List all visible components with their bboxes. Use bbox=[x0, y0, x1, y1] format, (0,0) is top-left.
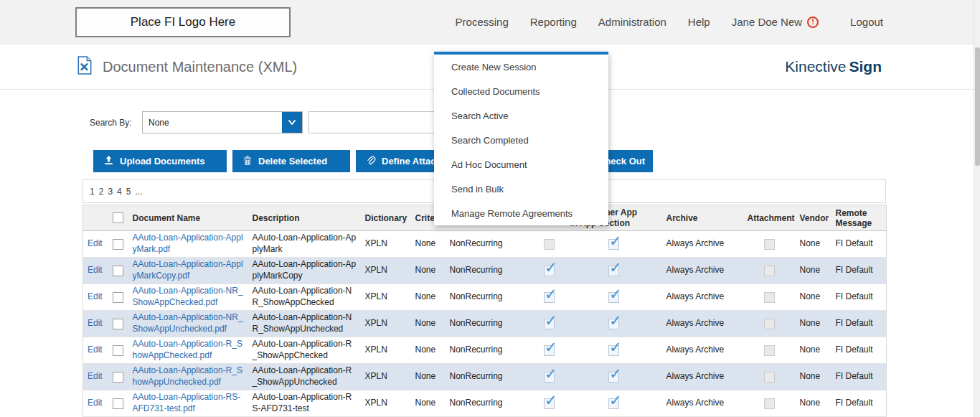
menu-item-create-new-session[interactable]: Create New Session bbox=[434, 55, 608, 79]
show-other-app-checkbox[interactable] bbox=[608, 292, 619, 303]
menu-item-send-in-bulk[interactable]: Send in Bulk bbox=[434, 177, 608, 201]
delete-selected-button[interactable]: Delete Selected bbox=[232, 150, 350, 172]
esignable-checkbox[interactable] bbox=[544, 319, 555, 329]
menu-item-search-active[interactable]: Search Active bbox=[434, 103, 608, 128]
criteria-cell: None bbox=[411, 231, 446, 258]
show-other-app-checkbox[interactable] bbox=[608, 398, 619, 409]
edit-link[interactable]: Edit bbox=[88, 398, 103, 408]
edit-link[interactable]: Edit bbox=[88, 265, 103, 275]
esignable-checkbox[interactable] bbox=[544, 266, 555, 276]
edit-link[interactable]: Edit bbox=[88, 345, 103, 355]
document-name-link[interactable]: AAuto-Loan-Application-R_ShowAppUnchecke… bbox=[133, 365, 242, 387]
show-other-app-checkbox[interactable] bbox=[608, 266, 619, 276]
row-checkbox[interactable] bbox=[113, 372, 123, 383]
document-name-link[interactable]: AAuto-Loan-Application-R_ShowAppChecked.… bbox=[133, 339, 242, 360]
nav-reporting[interactable]: Reporting bbox=[530, 16, 577, 28]
attachment-checkbox[interactable] bbox=[764, 372, 775, 383]
search-by-dropdown[interactable]: None bbox=[142, 111, 303, 133]
show-other-app-checkbox[interactable] bbox=[608, 319, 619, 329]
fi-logo-placeholder: Place FI Logo Here bbox=[75, 7, 291, 37]
description-cell: AAuto-Loan-Application-ApplyMarkCopy bbox=[248, 258, 361, 284]
row-checkbox[interactable] bbox=[113, 319, 123, 329]
page-scrollbar[interactable] bbox=[974, 0, 980, 417]
vendor-cell: None bbox=[796, 364, 831, 390]
document-name-link[interactable]: AAuto-Loan-Application-NR_ShowAppChecked… bbox=[133, 286, 243, 307]
document-name-link[interactable]: AAuto-Loan-Application-ApplyMarkCopy.pdf bbox=[133, 259, 243, 281]
attachment-checkbox[interactable] bbox=[764, 239, 775, 250]
page-link-4[interactable]: 4 bbox=[117, 187, 122, 197]
row-checkbox[interactable] bbox=[113, 292, 123, 303]
criteria-cell: None bbox=[411, 364, 446, 390]
show-other-app-checkbox[interactable] bbox=[608, 345, 619, 356]
nav-processing[interactable]: Processing bbox=[456, 16, 509, 28]
row-checkbox[interactable] bbox=[113, 266, 123, 276]
dictionary-cell: XPLN bbox=[361, 390, 411, 417]
menu-item-collected-documents[interactable]: Collected Documents bbox=[434, 79, 608, 103]
esignable-checkbox[interactable] bbox=[544, 292, 555, 303]
document-name-link[interactable]: AAuto-Loan-Application-RS-AFD731-test.pd… bbox=[133, 392, 241, 413]
attachment-checkbox[interactable] bbox=[764, 266, 775, 276]
search-by-selected-value: None bbox=[143, 118, 282, 128]
edit-link[interactable]: Edit bbox=[88, 371, 103, 381]
document-table-body: Edit AAuto-Loan-Application-ApplyMark.pd… bbox=[83, 231, 887, 417]
esignable-checkbox[interactable] bbox=[544, 398, 555, 409]
type-cell: NonRecurring bbox=[446, 337, 533, 364]
archive-cell: Always Archive bbox=[662, 258, 743, 284]
remote-message-cell: FI Default bbox=[831, 337, 887, 364]
esignable-checkbox[interactable] bbox=[544, 372, 555, 383]
col-remote-message[interactable]: Remote Message bbox=[831, 205, 887, 231]
row-checkbox[interactable] bbox=[113, 239, 123, 250]
scrollbar-thumb[interactable] bbox=[975, 47, 980, 166]
col-dictionary[interactable]: Dictionary bbox=[361, 205, 411, 231]
page-link-5[interactable]: 5 bbox=[126, 187, 131, 197]
page-link-2[interactable]: 2 bbox=[99, 187, 104, 197]
alert-icon[interactable]: ! bbox=[807, 17, 819, 28]
esignable-checkbox[interactable] bbox=[544, 345, 555, 356]
nav-user-menu[interactable]: Jane Doe New ! bbox=[732, 16, 819, 28]
attachment-checkbox[interactable] bbox=[764, 319, 775, 329]
table-row: Edit AAuto-Loan-Application-ApplyMarkCop… bbox=[83, 258, 887, 284]
page-link-1[interactable]: 1 bbox=[90, 187, 95, 197]
col-archive[interactable]: Archive bbox=[662, 205, 743, 231]
upload-documents-button[interactable]: Upload Documents bbox=[93, 150, 227, 172]
edit-link[interactable]: Edit bbox=[88, 238, 103, 248]
menu-item-manage-remote-agreements[interactable]: Manage Remote Agreements bbox=[434, 201, 608, 225]
description-cell: AAuto-Loan-Application-RS-AFD731-test bbox=[248, 390, 361, 417]
remote-message-cell: FI Default bbox=[831, 390, 887, 417]
edit-link[interactable]: Edit bbox=[88, 291, 103, 301]
row-checkbox[interactable] bbox=[113, 398, 123, 409]
col-description[interactable]: Description bbox=[248, 205, 361, 231]
remote-message-cell: FI Default bbox=[831, 311, 887, 337]
criteria-cell: None bbox=[411, 311, 446, 337]
row-checkbox[interactable] bbox=[113, 345, 123, 356]
select-all-checkbox[interactable] bbox=[113, 212, 123, 223]
attachment-checkbox[interactable] bbox=[764, 345, 775, 356]
page-link-more[interactable]: ... bbox=[135, 187, 142, 197]
col-document-name[interactable]: Document Name bbox=[128, 205, 248, 231]
show-other-app-checkbox[interactable] bbox=[608, 372, 619, 383]
page-link-3[interactable]: 3 bbox=[108, 187, 113, 197]
remote-message-cell: FI Default bbox=[831, 364, 887, 390]
dropdown-arrow-button[interactable] bbox=[282, 112, 302, 133]
attachment-checkbox[interactable] bbox=[764, 292, 775, 303]
menu-item-search-completed[interactable]: Search Completed bbox=[434, 128, 608, 152]
col-select bbox=[108, 205, 128, 231]
document-name-link[interactable]: AAuto-Loan-Application-NR_ShowAppUncheck… bbox=[133, 312, 243, 334]
nav-logout[interactable]: Logout bbox=[850, 16, 883, 28]
dictionary-cell: XPLN bbox=[361, 284, 411, 311]
show-other-app-checkbox[interactable] bbox=[608, 239, 619, 250]
esignable-checkbox[interactable] bbox=[544, 239, 555, 250]
document-name-link[interactable]: AAuto-Loan-Application-ApplyMark.pdf bbox=[133, 233, 243, 254]
col-attachment[interactable]: Attachment bbox=[743, 205, 796, 231]
archive-cell: Always Archive bbox=[662, 231, 743, 258]
menu-item-ad-hoc-document[interactable]: Ad Hoc Document bbox=[434, 152, 608, 177]
edit-link[interactable]: Edit bbox=[88, 318, 103, 328]
col-vendor[interactable]: Vendor bbox=[796, 205, 831, 231]
type-cell: NonRecurring bbox=[446, 258, 533, 284]
nav-administration[interactable]: Administration bbox=[598, 16, 666, 28]
table-row: Edit AAuto-Loan-Application-R_ShowAppChe… bbox=[83, 337, 887, 364]
upload-documents-label: Upload Documents bbox=[120, 156, 204, 167]
type-cell: NonRecurring bbox=[446, 311, 533, 337]
attachment-checkbox[interactable] bbox=[764, 398, 775, 409]
nav-help[interactable]: Help bbox=[688, 16, 710, 28]
